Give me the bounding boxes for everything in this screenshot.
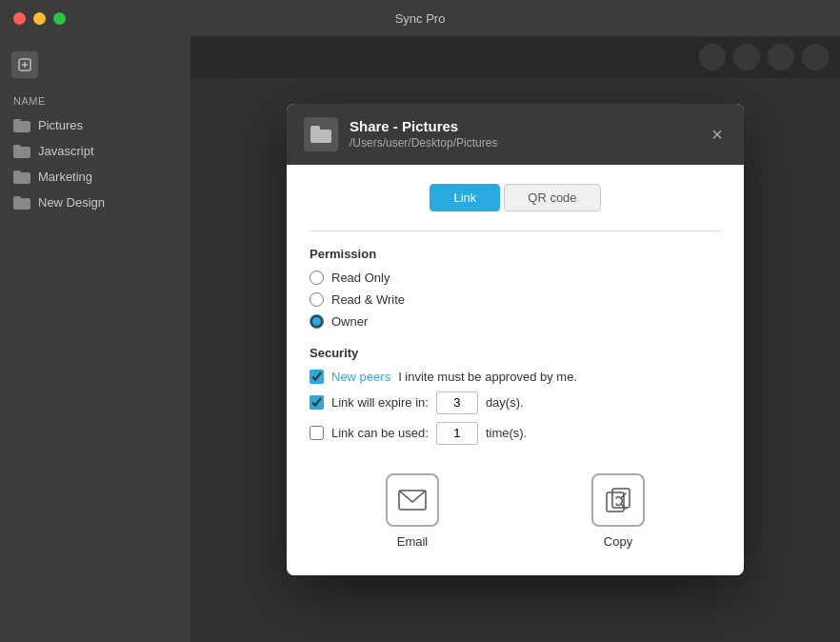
link-expire-unit: day(s). [486,395,524,410]
permission-read-only-label: Read Only [331,271,390,285]
titlebar-buttons [13,12,66,25]
svg-rect-2 [607,492,624,512]
dialog-close-button[interactable]: × [708,121,727,148]
modal-overlay: Share - Pictures /Users/user/Desktop/Pic… [190,36,840,642]
copy-button[interactable]: Copy [591,473,645,549]
close-button[interactable] [13,12,26,25]
tab-qrcode[interactable]: QR code [504,184,600,211]
permission-section: Permission Read Only Read & Write [310,247,721,329]
sidebar: Name Pictures Javascript Marketing New D… [0,36,190,642]
main-area: Share - Pictures /Users/user/Desktop/Pic… [190,36,840,642]
permission-owner-label: Owner [331,314,368,329]
new-peers-checkbox[interactable] [310,370,324,384]
folder-icon-large [310,126,331,143]
email-button[interactable]: Email [386,473,439,549]
divider [310,231,721,231]
sidebar-item-label: Pictures [38,118,83,132]
permission-read-write[interactable]: Read & Write [310,292,721,307]
sidebar-app-icon [11,51,38,78]
app-title: Sync Pro [395,11,446,26]
sidebar-item-javascript[interactable]: Javascript [0,138,190,164]
link-use-row: Link can be used: time(s). [310,422,721,445]
link-expire-row: Link will expire in: day(s). [310,391,721,414]
dialog-header: Share - Pictures /Users/user/Desktop/Pic… [287,104,744,165]
folder-icon [13,171,30,184]
permission-read-write-radio[interactable] [310,292,324,307]
dialog-header-icon [304,117,338,151]
minimize-button[interactable] [33,12,46,25]
email-icon-container [386,473,439,527]
permission-read-only[interactable]: Read Only [310,271,721,285]
copy-label: Copy [604,534,632,549]
link-expire-label: Link will expire in: [331,395,429,410]
security-section-title: Security [310,346,721,360]
sidebar-item-label: Javascript [38,144,94,158]
sidebar-item-pictures[interactable]: Pictures [0,112,190,138]
action-buttons: Email [310,464,721,549]
tab-bar: Link QR code [310,184,721,211]
link-use-input[interactable] [436,422,478,445]
permission-read-write-label: Read & Write [331,292,405,307]
dialog-body: Link QR code Permission Read Only [287,165,744,575]
link-use-unit: time(s). [486,426,527,440]
permission-radio-group: Read Only Read & Write Owner [310,271,721,329]
permission-owner-radio[interactable] [310,314,324,329]
link-use-label: Link can be used: [331,426,429,440]
titlebar: Sync Pro [0,0,840,36]
sidebar-item-label: Marketing [38,170,92,184]
copy-icon-container [591,473,645,527]
permission-owner[interactable]: Owner [310,314,721,329]
share-dialog: Share - Pictures /Users/user/Desktop/Pic… [287,104,744,575]
folder-icon [13,196,30,210]
sidebar-item-new-design[interactable]: New Design [0,190,190,215]
permission-read-only-radio[interactable] [310,271,324,285]
permission-section-title: Permission [310,247,721,261]
tab-link[interactable]: Link [430,184,500,211]
security-section: Security New peers I invite must be appr… [310,346,721,445]
sidebar-toolbar [0,46,190,84]
new-peers-link[interactable]: New peers [331,370,390,384]
maximize-button[interactable] [53,12,66,25]
new-peers-label: I invite must be approved by me. [398,370,577,384]
sidebar-section-label: Name [0,91,190,112]
link-expire-checkbox[interactable] [310,395,324,410]
new-peers-row: New peers I invite must be approved by m… [310,370,721,384]
email-label: Email [397,534,429,549]
dialog-header-text: Share - Pictures /Users/user/Desktop/Pic… [350,118,696,150]
app-body: Name Pictures Javascript Marketing New D… [0,36,840,642]
copy-icon [603,485,633,515]
dialog-subtitle: /Users/user/Desktop/Pictures [350,136,696,150]
sidebar-item-marketing[interactable]: Marketing [0,164,190,190]
link-expire-input[interactable] [436,391,478,414]
folder-icon [13,119,30,132]
email-icon [397,485,428,515]
dialog-title: Share - Pictures [350,118,696,134]
sidebar-item-label: New Design [38,195,105,210]
link-use-checkbox[interactable] [310,426,324,440]
folder-icon [13,145,30,158]
